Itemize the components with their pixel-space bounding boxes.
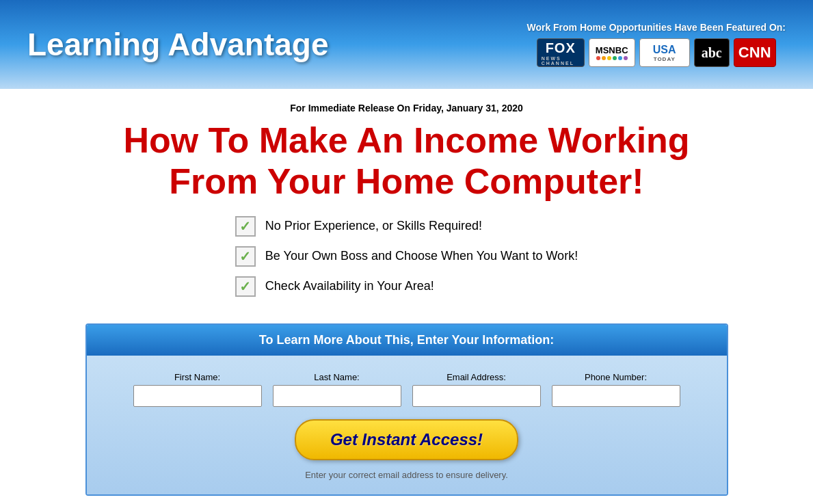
phone-field: Phone Number:	[552, 372, 680, 407]
first-name-label: First Name:	[133, 372, 262, 382]
main-content: For Immediate Release On Friday, January…	[0, 89, 813, 504]
lead-form: To Learn More About This, Enter Your Inf…	[85, 323, 728, 496]
site-title: Learning Advantage	[27, 26, 328, 63]
usa-today-logo: USA TODAY	[639, 38, 690, 67]
abc-logo: abc	[694, 38, 730, 67]
checklist: No Prior Experience, or Skills Required!…	[235, 216, 578, 306]
phone-input[interactable]	[552, 385, 680, 407]
checklist-item-3: Check Availability in Your Area!	[265, 279, 434, 293]
check-icon-1	[235, 216, 256, 237]
fox-news-logo: FOX NEWS CHANNEL	[537, 38, 585, 67]
checklist-item-1: No Prior Experience, or Skills Required!	[265, 219, 482, 233]
featured-label: Work From Home Opportunities Have Been F…	[527, 22, 786, 33]
main-headline: How To Make An Income Working From Your …	[27, 120, 786, 202]
form-header-text: To Learn More About This, Enter Your Inf…	[259, 333, 554, 347]
checklist-item-2: Be Your Own Boss and Choose When You Wan…	[265, 249, 578, 263]
headline-line2: From Your Home Computer!	[169, 161, 643, 201]
release-date: For Immediate Release On Friday, January…	[27, 103, 786, 114]
email-field: Email Address:	[412, 372, 541, 407]
list-item: No Prior Experience, or Skills Required!	[235, 216, 578, 237]
logos-row: FOX NEWS CHANNEL MSNBC USA TODAY	[537, 38, 776, 67]
last-name-label: Last Name:	[273, 372, 401, 382]
email-input[interactable]	[412, 385, 541, 407]
last-name-input[interactable]	[273, 385, 401, 407]
check-icon-3	[235, 276, 256, 297]
submit-button[interactable]: Get Instant Access!	[295, 419, 518, 460]
submit-area: Get Instant Access! Enter your correct e…	[114, 419, 699, 481]
form-body: First Name: Last Name: Email Address: Ph…	[87, 356, 727, 494]
msnbc-logo: MSNBC	[589, 38, 635, 67]
last-name-field: Last Name:	[273, 372, 401, 407]
cnn-logo: CNN	[734, 38, 776, 67]
form-fields: First Name: Last Name: Email Address: Ph…	[114, 372, 699, 407]
featured-section: Work From Home Opportunities Have Been F…	[527, 22, 786, 67]
phone-label: Phone Number:	[552, 372, 680, 382]
email-label: Email Address:	[412, 372, 541, 382]
page-header: Learning Advantage Work From Home Opport…	[0, 0, 813, 89]
check-icon-2	[235, 246, 256, 267]
list-item: Be Your Own Boss and Choose When You Wan…	[235, 246, 578, 267]
email-note: Enter your correct email address to ensu…	[305, 470, 508, 480]
first-name-input[interactable]	[133, 385, 262, 407]
form-header: To Learn More About This, Enter Your Inf…	[87, 325, 727, 356]
headline-line1: How To Make An Income Working	[123, 120, 689, 160]
first-name-field: First Name:	[133, 372, 262, 407]
list-item: Check Availability in Your Area!	[235, 276, 578, 297]
